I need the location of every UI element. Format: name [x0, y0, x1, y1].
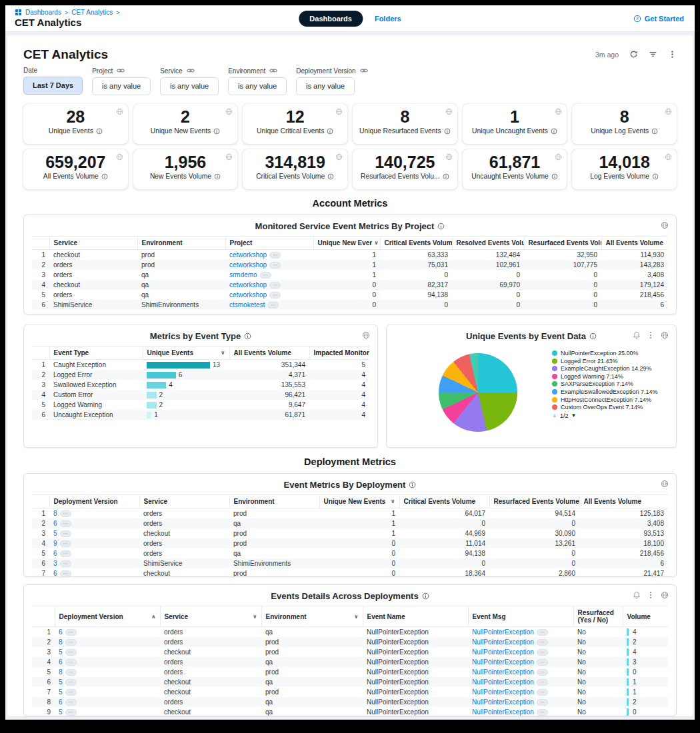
info-icon[interactable] [589, 333, 597, 340]
deployment-version-link[interactable]: 5 [53, 530, 57, 537]
deployment-version-link[interactable]: 6 [59, 698, 63, 706]
more-chip[interactable]: ⋯ [537, 669, 548, 676]
col-event-name[interactable]: Event Name [363, 606, 468, 627]
more-chip[interactable]: ⋯ [60, 550, 71, 557]
col-resurfaced[interactable]: Resurfaced(Yes / No) [573, 606, 623, 627]
breadcrumb-dashboards[interactable]: Dashboards [25, 9, 61, 16]
col-critical-events-volume[interactable]: Critical Events Volume [380, 237, 452, 250]
more-chip[interactable]: ⋯ [60, 530, 71, 537]
more-chip[interactable]: ⋯ [537, 639, 548, 646]
deployment-version-link[interactable]: 6 [53, 520, 57, 527]
info-icon[interactable] [101, 173, 108, 180]
tab-dashboards[interactable]: Dashboards [299, 11, 363, 27]
deployment-version-link[interactable]: 5 [59, 648, 63, 656]
info-icon[interactable] [443, 173, 449, 180]
col-unique-events[interactable]: Unique Events∨ [143, 347, 229, 360]
deployment-version-link[interactable]: 5 [59, 708, 63, 716]
col-all-events-volume[interactable]: All Events Volume [601, 237, 668, 250]
more-chip[interactable]: ⋯ [537, 709, 548, 716]
col-critical-events-volume[interactable]: Critical Events Volume [399, 495, 489, 508]
get-started-link[interactable]: Get Started [633, 15, 684, 23]
col-all-events-volume[interactable]: All Events Volume [229, 347, 309, 360]
filter-value-project[interactable]: is any value [92, 77, 151, 95]
col-deployment-version[interactable]: Deployment Version∧ [55, 606, 160, 627]
filter-value-environment[interactable]: is any value [228, 77, 287, 95]
deployment-version-link[interactable]: 6 [53, 550, 57, 557]
filter-value-service[interactable]: is any value [160, 77, 219, 95]
legend-item[interactable]: HttpHostConnectException 7.14% [552, 396, 668, 404]
more-chip[interactable]: ⋯ [65, 639, 77, 646]
more-chip[interactable]: ⋯ [537, 699, 548, 706]
project-link[interactable]: cetworkshop [229, 281, 267, 289]
more-chip[interactable]: ⋯ [65, 649, 77, 656]
legend-item[interactable]: ExampleSwallowedException 7.14% [552, 388, 668, 396]
more-chip[interactable]: ⋯ [269, 262, 281, 269]
info-icon[interactable] [213, 128, 220, 135]
col-service[interactable]: Service [49, 237, 137, 250]
legend-page-up[interactable]: ▲ [552, 412, 557, 418]
kebab-menu-icon[interactable] [647, 331, 655, 339]
deployment-version-link[interactable]: 6 [59, 658, 63, 666]
bell-icon[interactable] [633, 591, 641, 599]
kebab-menu-icon[interactable] [668, 50, 677, 59]
bell-icon[interactable] [633, 331, 641, 339]
filter-icon[interactable] [649, 50, 657, 59]
more-chip[interactable]: ⋯ [269, 252, 281, 259]
col-impacted-monitored-services[interactable]: Impacted Monitored Services [309, 347, 369, 360]
info-icon[interactable] [327, 173, 334, 180]
kebab-menu-icon[interactable] [647, 591, 655, 599]
breadcrumb-cet-analytics[interactable]: CET Analytics [71, 9, 113, 16]
deployment-version-link[interactable]: 5 [59, 688, 63, 696]
legend-item[interactable]: NullPointerException 25.00% [552, 350, 668, 357]
more-chip[interactable]: ⋯ [60, 570, 71, 577]
event-msg-link[interactable]: NullPointerException [472, 688, 534, 696]
deployment-version-link[interactable]: 9 [53, 540, 57, 547]
pie-chart[interactable] [439, 353, 517, 432]
more-chip[interactable]: ⋯ [65, 669, 77, 676]
deployment-version-link[interactable]: 8 [59, 638, 63, 646]
info-icon[interactable] [444, 128, 451, 135]
info-icon[interactable] [551, 173, 558, 180]
project-link[interactable]: cetworkshop [229, 261, 267, 269]
info-icon[interactable] [652, 173, 659, 180]
info-icon[interactable] [422, 592, 429, 600]
tab-folders[interactable]: Folders [375, 15, 401, 23]
more-chip[interactable]: ⋯ [60, 510, 71, 517]
legend-item[interactable]: Logged Error 21.43% [552, 358, 668, 365]
deployment-version-link[interactable]: 6 [59, 628, 63, 636]
project-link[interactable]: cetworkshop [229, 251, 267, 259]
deployment-version-link[interactable]: 6 [53, 570, 57, 577]
event-msg-link[interactable]: NullPointerException [472, 668, 534, 676]
col-event-type[interactable]: Event Type [49, 347, 143, 360]
legend-item[interactable]: Custom OverOps Event 7.14% [552, 404, 668, 411]
more-chip[interactable]: ⋯ [269, 292, 281, 299]
info-icon[interactable] [327, 128, 333, 135]
col-environment[interactable]: Environment [137, 237, 225, 250]
more-chip[interactable]: ⋯ [65, 709, 77, 716]
more-chip[interactable]: ⋯ [65, 629, 77, 636]
col-all-events-volume[interactable]: All Events Volume [579, 495, 668, 508]
col-unique-new-ever[interactable]: Unique New Ever∨ [313, 237, 380, 250]
col-service[interactable]: Service [139, 495, 229, 508]
col-resurfaced-events-volume[interactable]: Resurfaced Events Volume [489, 495, 579, 508]
legend-page-down[interactable]: ▼ [571, 412, 576, 418]
info-icon[interactable] [651, 128, 658, 135]
event-msg-link[interactable]: NullPointerException [472, 678, 534, 686]
more-chip[interactable]: ⋯ [60, 540, 71, 547]
legend-item[interactable]: Logged Warning 7.14% [552, 373, 668, 380]
event-msg-link[interactable]: NullPointerException [472, 658, 534, 666]
more-chip[interactable]: ⋯ [537, 659, 548, 666]
info-icon[interactable] [214, 173, 221, 180]
deployment-version-link[interactable]: 8 [53, 510, 57, 517]
project-link[interactable]: srmdemo [229, 271, 257, 279]
legend-item[interactable]: SAXParseException 7.14% [552, 380, 668, 388]
more-chip[interactable]: ⋯ [537, 679, 548, 686]
more-chip[interactable]: ⋯ [65, 699, 77, 706]
refresh-icon[interactable] [629, 50, 638, 59]
more-chip[interactable]: ⋯ [537, 689, 548, 696]
col-unique-new-events[interactable]: Unique New Events∨ [319, 495, 399, 508]
col-resolved-events-volume[interactable]: Resolved Events Volume [452, 237, 524, 250]
filter-value-date[interactable]: Last 7 Days [23, 77, 83, 95]
more-chip[interactable]: ⋯ [537, 649, 548, 656]
more-chip[interactable]: ⋯ [260, 272, 271, 279]
